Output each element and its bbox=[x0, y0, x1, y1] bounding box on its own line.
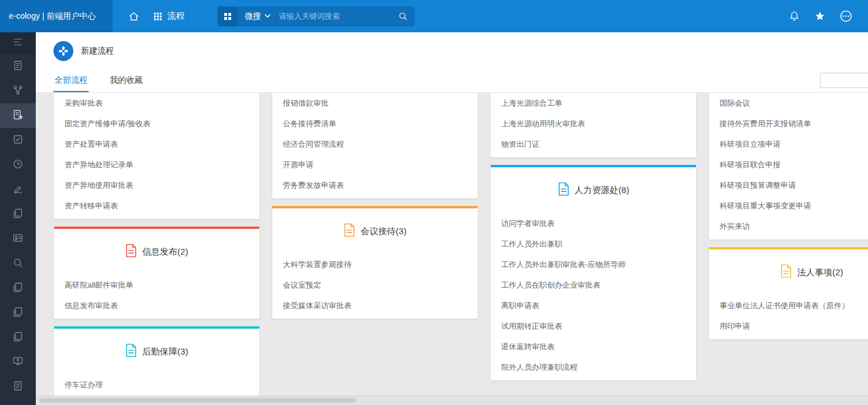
process-link[interactable]: 科研项目重大事项变更申请 bbox=[709, 195, 868, 216]
more-button[interactable] bbox=[839, 9, 853, 23]
tab-my-favorites[interactable]: 我的收藏 bbox=[109, 69, 144, 92]
category-title: 法人事项(2) bbox=[797, 267, 843, 278]
process-link[interactable]: 用印申请 bbox=[709, 316, 868, 336]
documents-2-icon bbox=[12, 380, 23, 394]
sidebar-item-copies[interactable] bbox=[0, 202, 36, 227]
process-link[interactable]: 工作人员在职创办企业审批表 bbox=[491, 275, 696, 295]
process-search-input[interactable] bbox=[820, 73, 868, 88]
process-link[interactable]: 接待外宾费用开支报销清单 bbox=[709, 113, 868, 134]
process-link[interactable]: 经济合同管理流程 bbox=[272, 134, 478, 154]
sidebar-item-archive-3[interactable] bbox=[0, 325, 36, 350]
process-list: 采购审批表固定资产维修申请/验收表资产处置申请表资产异地处理记录单资产异地使用审… bbox=[54, 93, 259, 219]
process-list: 事业单位法人证书使用申请表（原件）用印申请 bbox=[709, 295, 868, 339]
category-title: 会议接待(3) bbox=[360, 226, 406, 237]
process-link[interactable]: 固定资产维修申请/验收表 bbox=[54, 113, 259, 134]
process-link[interactable]: 退休返聘审批表 bbox=[491, 336, 696, 357]
sidebar-item-drafts[interactable] bbox=[0, 177, 36, 202]
process-link[interactable]: 信息发布审批表 bbox=[54, 295, 259, 316]
process-link[interactable]: 资产转移申请表 bbox=[54, 195, 259, 216]
process-link[interactable]: 资产异地使用审批表 bbox=[54, 175, 259, 195]
process-link[interactable]: 停车证办理 bbox=[54, 374, 259, 395]
bell-icon bbox=[788, 10, 801, 22]
search-button[interactable] bbox=[391, 6, 414, 26]
sidebar-item-search[interactable] bbox=[0, 251, 36, 276]
home-button[interactable] bbox=[126, 8, 142, 25]
sidebar-item-workflow[interactable] bbox=[0, 79, 36, 103]
process-link[interactable]: 科研项目立项申请 bbox=[709, 134, 868, 154]
category-header: 后勤保障(3) bbox=[54, 329, 259, 374]
process-link[interactable]: 公务接待费清单 bbox=[272, 113, 478, 134]
process-list: 报销借款审批公务接待费清单经济合同管理流程开票申请劳务费发放申请表 bbox=[272, 93, 478, 198]
sidebar-item-todo-tasks[interactable] bbox=[0, 128, 36, 153]
sidebar-item-pending[interactable] bbox=[0, 153, 36, 177]
process-link[interactable]: 国际会议 bbox=[709, 93, 868, 113]
process-link[interactable]: 科研项目预算调整申请 bbox=[709, 175, 868, 195]
search-engine-select[interactable]: 微搜 bbox=[238, 11, 278, 22]
drafts-icon bbox=[12, 183, 23, 197]
topbar-search: 微搜 bbox=[218, 6, 414, 26]
process-column: 采购审批表固定资产维修申请/验收表资产处置申请表资产异地处理记录单资产异地使用审… bbox=[54, 93, 259, 396]
scrollbar-thumb[interactable] bbox=[39, 398, 356, 403]
process-list: 访问学者审批表工作人员外出兼职工作人员外出兼职审批表-应物所导师工作人员在职创办… bbox=[491, 213, 696, 380]
process-link[interactable]: 试用期转正审批表 bbox=[491, 316, 696, 336]
horizontal-scrollbar[interactable] bbox=[36, 396, 868, 405]
category-card-partial: 采购审批表固定资产维修申请/验收表资产处置申请表资产异地处理记录单资产异地使用审… bbox=[54, 93, 259, 219]
archive-3-icon bbox=[12, 331, 23, 345]
favorites-button[interactable] bbox=[813, 9, 827, 23]
notifications-button[interactable] bbox=[787, 9, 801, 23]
process-link[interactable]: 科研项目联合申报 bbox=[709, 154, 868, 175]
process-link[interactable]: 上海光源动用明火审批表 bbox=[491, 113, 696, 134]
topbar: e-cology | 前端用户中心 流程 微搜 bbox=[0, 0, 868, 32]
sidebar-item-contacts[interactable] bbox=[0, 227, 36, 251]
process-link[interactable]: 工作人员外出兼职 bbox=[491, 234, 696, 254]
category-header: 信息发布(2) bbox=[54, 229, 259, 275]
app-logo[interactable]: e-cology | 前端用户中心 bbox=[0, 0, 113, 32]
documents-icon bbox=[12, 60, 23, 73]
search-apps-button[interactable] bbox=[218, 6, 238, 26]
archive-1-icon bbox=[12, 282, 23, 295]
process-column: 国际会议接待外宾费用开支报销清单科研项目立项申请科研项目联合申报科研项目预算调整… bbox=[709, 93, 868, 339]
process-link[interactable]: 劳务费发放申请表 bbox=[272, 175, 478, 195]
process-link[interactable]: 事业单位法人证书使用申请表（原件） bbox=[709, 295, 868, 316]
search-icon bbox=[12, 257, 23, 271]
process-link[interactable]: 上海光源综合工单 bbox=[491, 93, 696, 113]
sidebar-item-documents-2[interactable] bbox=[0, 374, 36, 399]
sidebar-item-archive-1[interactable] bbox=[0, 276, 36, 301]
sidebar-item-collapse[interactable] bbox=[0, 32, 36, 54]
main-panel: 新建流程 全部流程 我的收藏 采购审批表固定资产维修申请/验收表资产处置申请表资… bbox=[36, 32, 868, 405]
process-link[interactable]: 大科学装置参观接待 bbox=[272, 254, 478, 275]
process-link[interactable]: 物资出门证 bbox=[491, 134, 696, 154]
category-title: 信息发布(2) bbox=[142, 247, 188, 258]
workflow-app-icon bbox=[53, 41, 73, 61]
sidebar-item-monitor[interactable] bbox=[0, 350, 36, 374]
process-link[interactable]: 离职申请表 bbox=[491, 295, 696, 316]
nav-process-label: 流程 bbox=[167, 11, 185, 22]
process-link[interactable]: 报销借款审批 bbox=[272, 93, 478, 113]
process-link[interactable]: 开票申请 bbox=[272, 154, 478, 175]
category-document-icon bbox=[125, 343, 137, 360]
process-link[interactable]: 会议室预定 bbox=[272, 275, 478, 295]
keyword-search-input[interactable] bbox=[278, 6, 391, 26]
process-link[interactable]: 外宾来访 bbox=[709, 216, 868, 237]
search-icon bbox=[398, 11, 408, 21]
process-link[interactable]: 工作人员外出兼职审批表-应物所导师 bbox=[491, 254, 696, 275]
topbar-actions bbox=[787, 9, 868, 23]
process-link[interactable]: 接受媒体采访审批表 bbox=[272, 295, 478, 316]
tab-all-processes[interactable]: 全部流程 bbox=[53, 69, 89, 92]
category-card: 人力资源处(8)访问学者审批表工作人员外出兼职工作人员外出兼职审批表-应物所导师… bbox=[491, 165, 696, 380]
process-link[interactable]: 采购审批表 bbox=[54, 93, 259, 113]
sidebar-item-archive-2[interactable] bbox=[0, 301, 36, 325]
process-link[interactable]: 高研院all邮件审批单 bbox=[54, 275, 259, 295]
nav-process[interactable]: 流程 bbox=[153, 11, 185, 22]
search-engine-label: 微搜 bbox=[245, 11, 261, 22]
process-column: 报销借款审批公务接待费清单经济合同管理流程开票申请劳务费发放申请表会议接待(3)… bbox=[272, 93, 478, 319]
process-link[interactable]: 院外人员办理兼职流程 bbox=[491, 357, 696, 377]
process-list: 国际会议接待外宾费用开支报销清单科研项目立项申请科研项目联合申报科研项目预算调整… bbox=[709, 93, 868, 239]
process-link[interactable]: 资产异地处理记录单 bbox=[54, 154, 259, 175]
sidebar-item-new-process[interactable] bbox=[0, 103, 36, 128]
monitor-icon bbox=[12, 356, 23, 369]
sidebar-item-documents[interactable] bbox=[0, 54, 36, 79]
contacts-icon bbox=[12, 232, 23, 246]
process-link[interactable]: 访问学者审批表 bbox=[491, 213, 696, 234]
process-link[interactable]: 资产处置申请表 bbox=[54, 134, 259, 154]
